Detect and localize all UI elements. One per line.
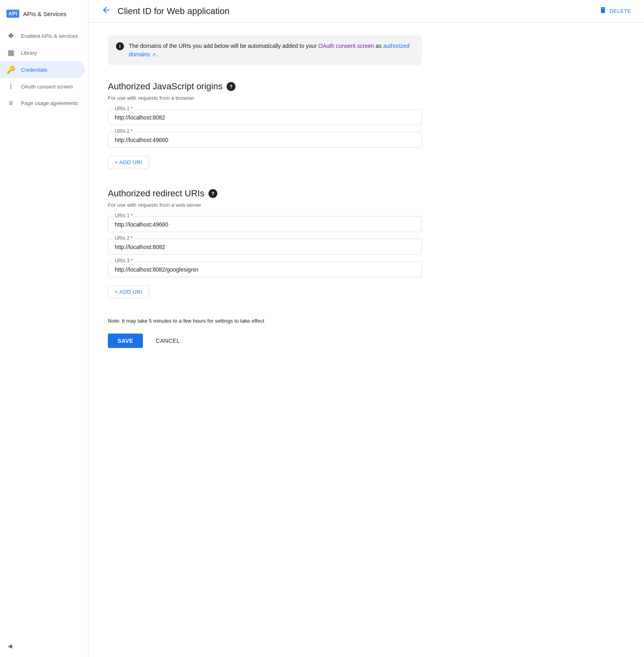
js-origins-uri-1-input[interactable] [115,114,415,121]
oauth-consent-link[interactable]: OAuth consent screen [318,43,374,49]
js-origins-uri-2: URIs 2 * [108,132,422,148]
js-origins-uri-1: URIs 1 * [108,109,422,125]
redirect-uris-uri-3-input[interactable] [115,266,415,273]
sidebar-item-credentials[interactable]: 🔑 Credentials [0,61,85,78]
sidebar-item-page-usage[interactable]: ≡ Page usage agreements [0,95,85,111]
js-origins-help-icon[interactable]: ? [227,82,235,91]
redirect-uris-add-uri-button[interactable]: + ADD URI [108,285,149,299]
sidebar-item-label: Credentials [21,67,47,73]
js-origins-add-uri-button[interactable]: + ADD URI [108,156,149,169]
redirect-uris-uri-3-label: URIs 3 * [113,258,134,264]
info-banner: i The domains of the URIs you add below … [108,35,422,65]
action-buttons: SAVE CANCEL [108,334,625,348]
trash-icon [599,6,607,16]
redirect-uris-uri-1-label: URIs 1 * [113,213,134,218]
js-origins-subtitle: For use with requests from a browser [108,95,422,101]
credentials-icon: 🔑 [6,65,15,74]
sidebar-logo: API APIs & Services [0,6,88,27]
enabled-apis-icon: ❖ [6,31,15,40]
sidebar-item-enabled[interactable]: ❖ Enabled APIs & services [0,27,85,44]
js-origins-uri-2-input[interactable] [115,137,415,143]
library-icon: ▦ [6,48,15,57]
redirect-uris-title: Authorized redirect URIs ? [108,188,422,199]
note-text: Note: It may take 5 minutes to a few hou… [108,318,422,324]
delete-label: DELETE [609,8,631,14]
js-origins-uri-group: URIs 1 * URIs 2 * [108,109,422,148]
sidebar-collapse-button[interactable]: ◄ [0,636,88,657]
redirect-uris-section: Authorized redirect URIs ? For use with … [108,188,422,299]
back-button[interactable] [101,5,111,17]
cancel-button[interactable]: CANCEL [149,334,186,348]
delete-button[interactable]: DELETE [599,6,631,16]
sidebar-item-oauth[interactable]: ⁞ OAuth consent screen [0,78,85,95]
collapse-icon: ◄ [6,642,14,650]
info-text-middle: as [374,43,383,49]
topbar: Client ID for Web application DELETE [89,0,644,23]
app-title: APIs & Services [23,10,67,17]
info-banner-text: The domains of the URIs you add below wi… [129,42,414,59]
api-logo: API [6,10,19,18]
sidebar-item-library[interactable]: ▦ Library [0,44,85,61]
js-origins-section: Authorized JavaScript origins ? For use … [108,81,422,169]
back-icon [101,5,111,17]
redirect-uris-uri-3: URIs 3 * [108,261,422,277]
info-icon: i [116,42,124,50]
redirect-uris-uri-1: URIs 1 * [108,216,422,232]
sidebar-item-label: Enabled APIs & services [21,33,78,39]
save-button[interactable]: SAVE [108,334,143,348]
external-link-icon: ↗ [152,52,156,58]
page-title: Client ID for Web application [118,6,592,16]
js-origins-title: Authorized JavaScript origins ? [108,81,422,92]
main-content: Client ID for Web application DELETE i T… [89,0,644,657]
redirect-uris-subtitle: For use with requests from a web server [108,202,422,208]
sidebar-nav: ❖ Enabled APIs & services ▦ Library 🔑 Cr… [0,27,88,111]
redirect-uris-uri-2-input[interactable] [115,244,415,250]
sidebar-item-label: Page usage agreements [21,100,78,106]
js-origins-uri-1-label: URIs 1 * [113,106,134,111]
info-text-start: The domains of the URIs you add below wi… [129,43,318,49]
content-area: i The domains of the URIs you add below … [89,23,644,657]
sidebar: API APIs & Services ❖ Enabled APIs & ser… [0,0,89,657]
sidebar-item-label: OAuth consent screen [21,84,73,90]
oauth-icon: ⁞ [6,82,15,91]
js-origins-uri-2-label: URIs 2 * [113,128,134,134]
redirect-uris-help-icon[interactable]: ? [208,189,217,198]
redirect-uris-uri-1-input[interactable] [115,221,415,228]
sidebar-item-label: Library [21,50,37,56]
page-usage-icon: ≡ [6,99,15,107]
redirect-uris-uri-2: URIs 2 * [108,239,422,255]
redirect-uris-uri-2-label: URIs 2 * [113,235,134,241]
redirect-uris-uri-group: URIs 1 * URIs 2 * URIs 3 * [108,216,422,277]
